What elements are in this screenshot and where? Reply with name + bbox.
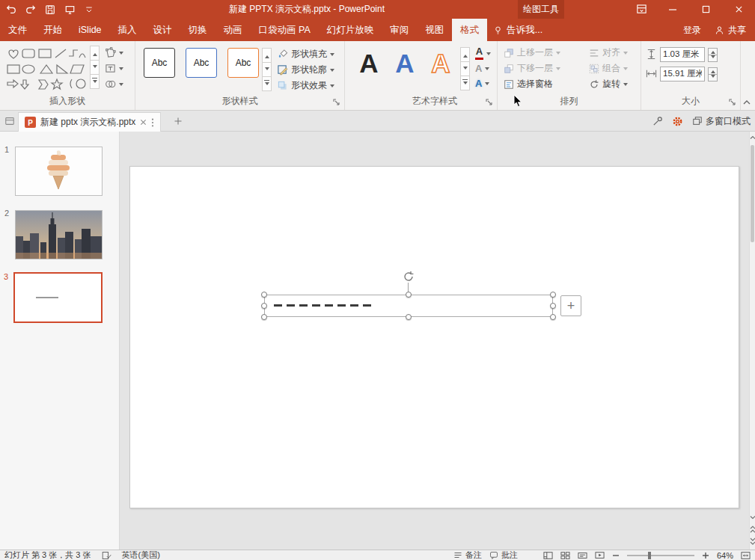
selection-handle-bottom-left[interactable] xyxy=(261,314,267,320)
wordart-style-2[interactable]: A xyxy=(388,44,421,83)
slide-canvas[interactable]: + xyxy=(129,166,739,508)
wordart-scroll-up[interactable] xyxy=(460,47,470,62)
shape-height-input[interactable] xyxy=(660,47,705,62)
zoom-slider[interactable] xyxy=(627,555,694,556)
maximize-button[interactable] xyxy=(689,0,722,19)
slide-counter[interactable]: 幻灯片 第 3 张，共 3 张 xyxy=(4,550,91,560)
group-button[interactable]: 组合 xyxy=(589,61,628,76)
proofing-button[interactable] xyxy=(102,551,111,560)
shape-styles-more[interactable] xyxy=(262,76,272,91)
vertical-scrollbar[interactable] xyxy=(749,132,755,550)
shape-gallery-scroll-up[interactable] xyxy=(90,46,100,61)
shape-styles-dialog-launcher[interactable] xyxy=(332,98,341,107)
shape-style-preview-1[interactable]: Abc xyxy=(144,48,175,78)
selection-handle-top-left[interactable] xyxy=(261,292,267,298)
selection-handle-middle-left[interactable] xyxy=(261,303,267,309)
tab-format[interactable]: 格式 xyxy=(452,19,487,41)
tab-animations[interactable]: 动画 xyxy=(216,19,251,41)
wordart-style-1[interactable]: A xyxy=(352,44,385,83)
shape-width-input[interactable] xyxy=(660,67,705,81)
tab-slideshow[interactable]: 幻灯片放映 xyxy=(319,19,382,41)
comments-button[interactable]: 批注 xyxy=(489,550,518,560)
reading-view-button[interactable] xyxy=(578,551,587,560)
close-tab-icon[interactable] xyxy=(140,119,147,126)
scrollbar-thumb[interactable] xyxy=(751,145,754,242)
text-outline-button[interactable]: A xyxy=(475,61,491,76)
tab-insert[interactable]: 插入 xyxy=(110,19,145,41)
selection-handle-top-middle[interactable] xyxy=(406,292,412,298)
fit-to-window-button[interactable] xyxy=(741,551,751,560)
new-tab-button[interactable] xyxy=(174,117,183,126)
tab-list-button[interactable] xyxy=(4,116,15,126)
scroll-down-arrow[interactable] xyxy=(750,514,755,520)
slide-thumbnail-3[interactable] xyxy=(13,272,103,323)
normal-view-button[interactable] xyxy=(543,551,553,560)
next-slide-button[interactable] xyxy=(750,537,755,546)
scroll-up-arrow[interactable] xyxy=(750,135,755,141)
minimize-button[interactable] xyxy=(656,0,689,19)
rotate-button[interactable]: 旋转 xyxy=(589,76,628,92)
edit-shape-button[interactable] xyxy=(105,45,123,61)
ribbon-display-options-button[interactable] xyxy=(636,4,647,15)
dashed-line-shape[interactable] xyxy=(274,304,375,307)
start-slideshow-button[interactable] xyxy=(64,4,76,15)
slideshow-view-button[interactable] xyxy=(595,551,605,560)
redo-button[interactable] xyxy=(25,4,36,15)
text-box-button[interactable] xyxy=(105,61,123,76)
zoom-out-button[interactable] xyxy=(612,552,620,559)
notes-button[interactable]: 备注 xyxy=(453,550,482,560)
tab-islide[interactable]: iSlide xyxy=(70,19,110,41)
width-spin-down[interactable] xyxy=(708,74,718,81)
selection-handle-middle-right[interactable] xyxy=(550,303,556,309)
language-button[interactable]: 英语(美国) xyxy=(122,550,160,560)
shape-gallery[interactable] xyxy=(3,46,87,92)
tab-tools-button[interactable] xyxy=(652,116,663,127)
zoom-in-button[interactable] xyxy=(702,552,709,559)
shape-style-preview-3[interactable]: Abc xyxy=(227,48,259,78)
height-spin-down[interactable] xyxy=(708,55,718,62)
send-backward-button[interactable]: 下移一层 xyxy=(504,61,560,76)
tab-pocket-animation[interactable]: 口袋动画 PA xyxy=(251,19,319,41)
slide-thumbnail-2[interactable] xyxy=(15,210,103,259)
undo-button[interactable] xyxy=(6,4,16,15)
contextual-tab-drawing-tools[interactable]: 绘图工具 xyxy=(518,0,564,19)
tab-transitions[interactable]: 切换 xyxy=(180,19,216,41)
shape-outline-button[interactable]: 形状轮廓 xyxy=(277,62,334,78)
tab-menu-icon[interactable] xyxy=(151,118,154,127)
tab-settings-button[interactable] xyxy=(672,116,683,127)
tab-view[interactable]: 视图 xyxy=(417,19,452,41)
tab-design[interactable]: 设计 xyxy=(145,19,180,41)
wordart-style-3[interactable]: A xyxy=(424,44,457,83)
size-dialog-launcher[interactable] xyxy=(728,98,737,107)
shape-styles-scroll-up[interactable] xyxy=(262,48,272,63)
customize-quick-access-button[interactable] xyxy=(85,5,94,14)
shape-styles-scroll-down[interactable] xyxy=(262,62,272,77)
selection-pane-button[interactable]: 选择窗格 xyxy=(504,76,560,92)
selection-handle-top-right[interactable] xyxy=(550,292,556,298)
wordart-styles-dialog-launcher[interactable] xyxy=(485,98,494,107)
shape-effects-button[interactable]: 形状效果 xyxy=(277,78,334,93)
tab-home[interactable]: 开始 xyxy=(35,19,70,41)
rotation-handle[interactable] xyxy=(403,271,415,283)
selection-handle-bottom-right[interactable] xyxy=(550,314,556,320)
selection-handle-bottom-middle[interactable] xyxy=(406,314,412,320)
collapse-ribbon-button[interactable] xyxy=(742,99,751,106)
save-button[interactable] xyxy=(45,4,55,15)
merge-shapes-button[interactable] xyxy=(105,76,123,92)
close-button[interactable] xyxy=(722,0,755,19)
tell-me-box[interactable]: 告诉我... xyxy=(487,19,548,41)
slide-sorter-button[interactable] xyxy=(560,551,570,560)
align-button[interactable]: 对齐 xyxy=(589,45,628,61)
document-tab[interactable]: P 新建 pptx 演示文稿.pptx xyxy=(18,112,161,132)
quick-insert-plus-button[interactable]: + xyxy=(560,295,581,316)
text-fill-button[interactable]: A xyxy=(475,46,491,61)
tab-review[interactable]: 审阅 xyxy=(382,19,417,41)
zoom-slider-thumb[interactable] xyxy=(648,552,651,559)
shape-fill-button[interactable]: 形状填充 xyxy=(277,46,334,62)
shape-gallery-more[interactable] xyxy=(90,74,100,89)
previous-slide-button[interactable] xyxy=(750,525,755,534)
wordart-scroll-down[interactable] xyxy=(460,61,470,76)
slide-thumbnail-1[interactable] xyxy=(15,147,103,196)
multi-window-mode-button[interactable]: 多窗口模式 xyxy=(692,115,751,128)
bring-forward-button[interactable]: 上移一层 xyxy=(504,45,560,61)
